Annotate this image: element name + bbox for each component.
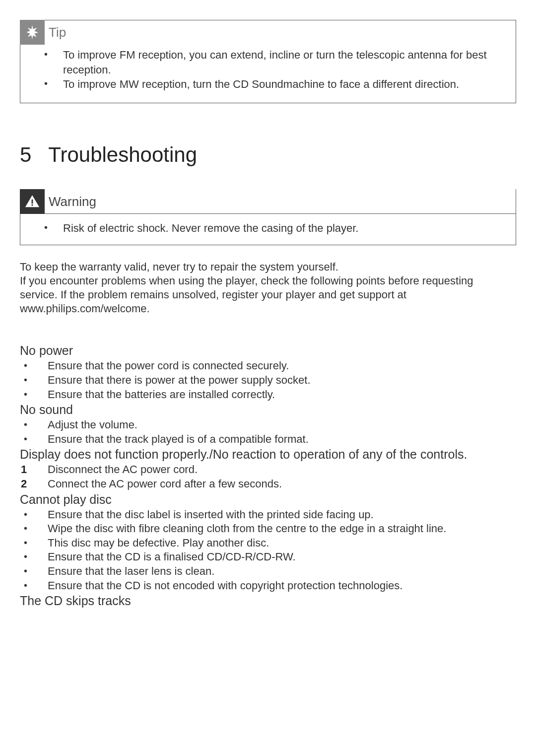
tip-header: Tip — [20, 20, 516, 45]
warning-label: Warning — [49, 194, 96, 209]
svg-rect-1 — [32, 205, 33, 206]
list-item: To improve MW reception, turn the CD Sou… — [44, 77, 501, 92]
list-item: Risk of electric shock. Never remove the… — [44, 221, 501, 236]
list-item: Adjust the volume. — [20, 418, 516, 432]
subheading-cd-skips: The CD skips tracks — [20, 594, 516, 608]
cannot-play-list: Ensure that the disc label is inserted w… — [20, 508, 516, 593]
tip-list: To improve FM reception, you can extend,… — [20, 48, 516, 92]
list-item: Ensure that the disc label is inserted w… — [20, 508, 516, 522]
list-item: Ensure that the track played is of a com… — [20, 432, 516, 447]
list-item: To improve FM reception, you can extend,… — [44, 48, 501, 77]
step-number: 2 — [21, 477, 27, 491]
section-title: Troubleshooting — [48, 143, 197, 167]
display-list: 1Disconnect the AC power cord. 2Connect … — [20, 463, 516, 491]
troubleshooting-sections: No power Ensure that the power cord is c… — [20, 344, 516, 608]
warning-header: Warning — [20, 189, 516, 214]
step-number: 1 — [21, 463, 27, 477]
list-item: Ensure that the laser lens is clean. — [20, 564, 516, 579]
list-item: Ensure that the power cord is connected … — [20, 359, 516, 373]
warning-list: Risk of electric shock. Never remove the… — [20, 221, 516, 236]
tip-box: Tip To improve FM reception, you can ext… — [20, 20, 516, 103]
step-text: Disconnect the AC power cord. — [48, 463, 198, 476]
tip-label: Tip — [49, 25, 66, 40]
section-heading: 5 Troubleshooting — [20, 143, 516, 167]
warning-icon — [20, 189, 45, 214]
asterisk-icon — [20, 20, 45, 45]
list-item: Wipe the disc with fibre cleaning cloth … — [20, 522, 516, 536]
list-item: This disc may be defective. Play another… — [20, 536, 516, 550]
tip-body: To improve FM reception, you can extend,… — [20, 45, 516, 103]
subheading-no-sound: No sound — [20, 403, 516, 417]
step-text: Connect the AC power cord after a few se… — [48, 478, 282, 490]
warning-body: Risk of electric shock. Never remove the… — [20, 213, 516, 245]
subheading-cannot-play: Cannot play disc — [20, 492, 516, 507]
subheading-display: Display does not function properly./No r… — [20, 447, 516, 462]
intro-paragraph: To keep the warranty valid, never try to… — [20, 260, 506, 316]
list-item: 2Connect the AC power cord after a few s… — [20, 477, 516, 491]
no-power-list: Ensure that the power cord is connected … — [20, 359, 516, 402]
warning-box: Warning Risk of electric shock. Never re… — [20, 189, 516, 245]
svg-rect-0 — [32, 200, 33, 204]
no-sound-list: Adjust the volume. Ensure that the track… — [20, 418, 516, 446]
list-item: Ensure that the CD is a finalised CD/CD-… — [20, 550, 516, 564]
section-number: 5 — [20, 143, 31, 167]
list-item: Ensure that the CD is not encoded with c… — [20, 579, 516, 593]
subheading-no-power: No power — [20, 344, 516, 358]
list-item: Ensure that there is power at the power … — [20, 373, 516, 388]
list-item: 1Disconnect the AC power cord. — [20, 463, 516, 477]
list-item: Ensure that the batteries are installed … — [20, 388, 516, 402]
